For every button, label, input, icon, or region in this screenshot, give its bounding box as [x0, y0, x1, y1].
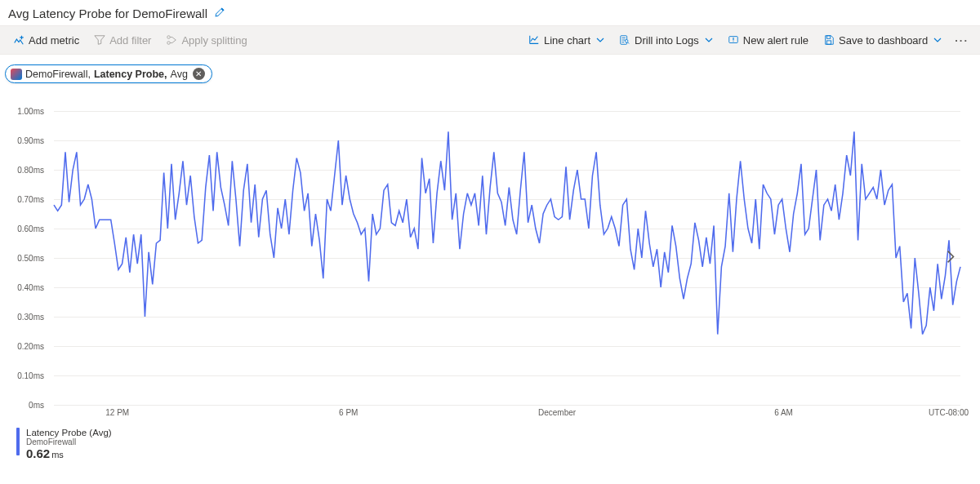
legend-color-swatch [16, 428, 20, 455]
add-filter-label: Add filter [109, 34, 151, 47]
x-tick-label: 12 PM [105, 408, 129, 417]
chart-type-label: Line chart [544, 34, 590, 47]
y-tick-label: 0.10ms [17, 371, 44, 380]
y-tick-label: 1.00ms [17, 107, 44, 116]
y-tick-label: 0ms [29, 401, 44, 410]
chart-type-dropdown[interactable]: Line chart [522, 31, 611, 50]
svg-rect-6 [826, 41, 831, 44]
toolbar: Add metric Add filter Apply splitting Li… [0, 25, 980, 55]
add-filter-button[interactable]: Add filter [87, 31, 158, 50]
alert-icon [728, 34, 739, 46]
y-tick-label: 0.30ms [17, 313, 44, 322]
metric-pill[interactable]: DemoFirewall, Latency Probe, Avg ✕ [5, 64, 212, 83]
apply-splitting-button[interactable]: Apply splitting [159, 31, 253, 50]
chart-area: 0ms0.10ms0.20ms0.30ms0.40ms0.50ms0.60ms0… [11, 111, 960, 405]
pill-metric: Latency Probe, [94, 69, 167, 80]
scroll-right-button[interactable] [942, 247, 959, 269]
y-tick-label: 0.40ms [17, 283, 44, 292]
filter-icon [94, 34, 105, 46]
new-alert-label: New alert rule [743, 34, 808, 47]
svg-point-0 [167, 36, 171, 39]
x-axis: 12 PM6 PMDecember6 AMUTC-08:00 [54, 405, 960, 421]
chevron-down-icon [705, 36, 713, 44]
apply-splitting-label: Apply splitting [181, 34, 247, 47]
save-dashboard-dropdown[interactable]: Save to dashboard [817, 31, 948, 50]
svg-point-1 [167, 42, 171, 45]
x-tick-label: 6 AM [774, 408, 793, 417]
legend[interactable]: Latency Probe (Avg) DemoFirewall 0.62ms [0, 421, 980, 460]
svg-point-3 [625, 40, 628, 43]
pill-agg: Avg [171, 69, 188, 80]
edit-icon[interactable] [214, 7, 225, 20]
y-tick-label: 0.70ms [17, 195, 44, 204]
legend-resource-name: DemoFirewall [26, 437, 112, 446]
legend-series-name: Latency Probe (Avg) [26, 428, 112, 437]
x-tick-label: December [538, 408, 576, 417]
latency-line-series [54, 131, 960, 334]
legend-value: 0.62 [26, 446, 50, 460]
drill-logs-label: Drill into Logs [635, 34, 699, 47]
save-icon [823, 34, 835, 46]
pill-resource: DemoFirewall, [25, 69, 91, 80]
add-metric-icon [13, 34, 24, 46]
legend-unit: ms [51, 450, 64, 460]
resource-icon [11, 69, 22, 80]
x-tick-label: 6 PM [339, 408, 358, 417]
chevron-down-icon [933, 36, 942, 44]
more-menu-button[interactable]: ··· [950, 31, 973, 50]
y-tick-label: 0.90ms [17, 136, 44, 145]
page-title: Avg Latency Probe for DemoFirewall [8, 7, 207, 20]
new-alert-button[interactable]: New alert rule [721, 31, 815, 50]
y-axis: 0ms0.10ms0.20ms0.30ms0.40ms0.50ms0.60ms0… [11, 111, 46, 405]
add-metric-button[interactable]: Add metric [7, 31, 86, 50]
add-metric-label: Add metric [29, 34, 79, 47]
save-dashboard-label: Save to dashboard [839, 34, 928, 47]
chevron-down-icon [596, 36, 604, 44]
y-tick-label: 0.50ms [17, 254, 44, 263]
y-tick-label: 0.60ms [17, 224, 44, 233]
timezone-label: UTC-08:00 [929, 408, 969, 417]
plot-area [54, 111, 960, 405]
y-tick-label: 0.80ms [17, 166, 44, 175]
y-tick-label: 0.20ms [17, 342, 44, 351]
line-chart-icon [528, 34, 540, 46]
drill-logs-dropdown[interactable]: Drill into Logs [612, 31, 719, 50]
logs-icon [619, 34, 630, 46]
splitting-icon [166, 34, 177, 46]
svg-rect-5 [826, 36, 830, 39]
remove-metric-icon[interactable]: ✕ [193, 68, 205, 80]
